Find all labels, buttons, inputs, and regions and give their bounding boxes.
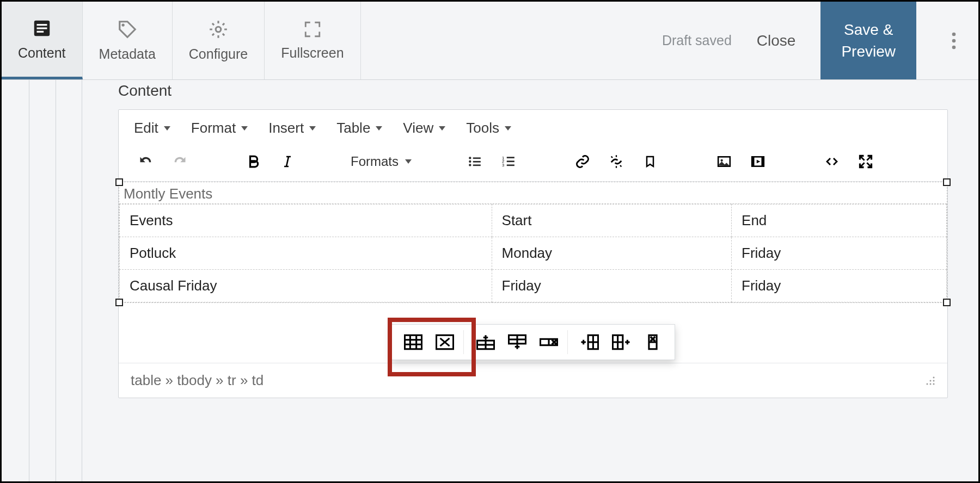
cell[interactable]: Potluck — [120, 237, 492, 270]
image-icon — [716, 154, 732, 169]
svg-rect-24 — [752, 157, 754, 166]
resize-grip-icon[interactable] — [926, 376, 935, 386]
svg-point-10 — [469, 160, 471, 163]
tab-metadata[interactable]: Metadata — [83, 2, 173, 79]
cell[interactable]: Causal Friday — [120, 270, 492, 302]
content-heading: Content — [118, 82, 948, 100]
link-button[interactable] — [572, 152, 593, 171]
editor-toolbar: Formats 123 — [119, 144, 947, 182]
table-toolbar — [391, 324, 675, 360]
svg-rect-19 — [507, 160, 514, 162]
cell-header-start[interactable]: Start — [492, 205, 732, 237]
menu-tools[interactable]: Tools — [466, 120, 511, 137]
delete-row-button[interactable] — [536, 330, 562, 354]
insert-row-after-button[interactable] — [504, 330, 530, 354]
close-button[interactable]: Close — [750, 32, 803, 49]
svg-point-11 — [469, 164, 471, 166]
svg-rect-18 — [507, 157, 514, 158]
gear-icon — [208, 19, 229, 40]
number-list-button[interactable]: 123 — [498, 152, 519, 171]
editor-canvas[interactable]: Montly Events Events Start End Potluck M… — [119, 182, 947, 363]
svg-point-64 — [930, 380, 932, 381]
svg-point-5 — [216, 27, 221, 32]
menu-insert[interactable]: Insert — [268, 120, 316, 137]
cell[interactable]: Monday — [492, 237, 732, 270]
source-button[interactable] — [821, 152, 843, 171]
unlink-button[interactable] — [605, 152, 627, 171]
tab-label: Fullscreen — [281, 45, 344, 61]
delete-table-icon — [436, 334, 454, 350]
table-selection[interactable]: Montly Events Events Start End Potluck M… — [119, 182, 947, 303]
svg-point-8 — [952, 45, 956, 49]
delete-table-button[interactable] — [432, 330, 458, 354]
bookmark-button[interactable] — [639, 152, 661, 171]
unlink-icon — [608, 154, 624, 169]
svg-point-66 — [930, 383, 932, 385]
media-icon — [750, 154, 766, 169]
svg-point-65 — [933, 383, 935, 385]
tab-fullscreen[interactable]: Fullscreen — [265, 2, 360, 79]
table-row[interactable]: Causal Friday Friday Friday — [120, 270, 947, 302]
rulers — [29, 80, 29, 481]
resize-handle-tr[interactable] — [943, 178, 951, 186]
tab-content[interactable]: Content — [2, 2, 83, 79]
redo-button[interactable] — [169, 152, 191, 171]
code-icon — [824, 155, 840, 168]
cell[interactable]: Friday — [732, 237, 947, 270]
element-path[interactable]: table » tbody » tr » td — [131, 372, 264, 389]
svg-rect-13 — [473, 161, 481, 163]
table-properties-button[interactable] — [400, 330, 426, 354]
italic-button[interactable] — [277, 152, 298, 171]
table-caption[interactable]: Montly Events — [119, 182, 947, 204]
row-after-icon — [508, 334, 526, 350]
tab-configure[interactable]: Configure — [173, 2, 265, 79]
bold-button[interactable] — [243, 152, 265, 171]
caret-icon — [164, 126, 170, 131]
menu-table[interactable]: Table — [336, 120, 382, 137]
link-icon — [574, 154, 591, 169]
bullet-list-button[interactable] — [464, 152, 486, 171]
media-button[interactable] — [747, 152, 769, 171]
editor-frame: Edit Format Insert Table View Tools — [118, 109, 948, 398]
resize-handle-br[interactable] — [943, 299, 951, 306]
image-button[interactable] — [713, 152, 735, 171]
svg-rect-25 — [762, 157, 764, 166]
caret-icon — [376, 126, 382, 131]
insert-col-before-button[interactable] — [577, 330, 603, 354]
svg-rect-20 — [507, 164, 514, 166]
fullscreen-icon — [303, 20, 322, 39]
caret-icon — [241, 126, 248, 131]
svg-rect-14 — [473, 164, 481, 166]
menu-format[interactable]: Format — [191, 120, 248, 137]
tab-label: Metadata — [99, 46, 156, 62]
delete-col-button[interactable] — [640, 330, 666, 354]
save-preview-button[interactable]: Save & Preview — [820, 2, 916, 79]
more-menu-button[interactable] — [935, 32, 973, 50]
svg-rect-12 — [473, 157, 481, 159]
editor-statusbar: table » tbody » tr » td — [119, 363, 947, 398]
save-preview-line2: Preview — [841, 41, 896, 62]
cell[interactable]: Friday — [492, 270, 732, 302]
cell[interactable]: Friday — [732, 270, 947, 302]
editor-table[interactable]: Events Start End Potluck Monday Friday C… — [119, 204, 947, 302]
resize-handle-bl[interactable] — [115, 299, 123, 306]
cell-header-events[interactable]: Events — [120, 205, 492, 237]
cell-header-end[interactable]: End — [732, 205, 947, 237]
row-before-icon — [476, 334, 495, 350]
insert-row-before-button[interactable] — [473, 330, 499, 354]
insert-col-after-button[interactable] — [608, 330, 634, 354]
menu-view[interactable]: View — [403, 120, 445, 137]
resize-handle-tl[interactable] — [115, 178, 123, 186]
delete-row-icon — [540, 334, 558, 350]
fullscreen-button[interactable] — [855, 152, 877, 171]
svg-rect-2 — [36, 27, 47, 29]
bold-icon — [247, 154, 261, 169]
formats-dropdown[interactable]: Formats — [345, 154, 417, 169]
table-row[interactable]: Potluck Monday Friday — [120, 237, 947, 270]
table-row[interactable]: Events Start End — [120, 205, 947, 237]
undo-button[interactable] — [135, 152, 157, 171]
editor-menubar: Edit Format Insert Table View Tools — [119, 110, 947, 144]
caret-icon — [439, 126, 445, 131]
menu-edit[interactable]: Edit — [134, 120, 170, 137]
svg-point-9 — [469, 157, 471, 159]
